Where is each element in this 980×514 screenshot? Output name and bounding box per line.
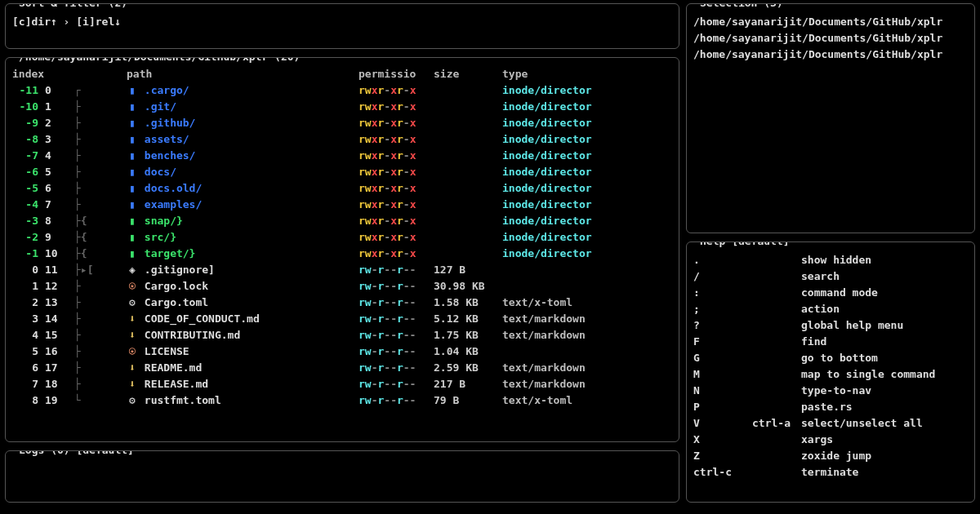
absolute-index: 8 [45, 213, 71, 229]
selection-title-text: Selection [700, 3, 757, 9]
help-key: P [693, 399, 752, 415]
table-row[interactable]: -56├▮ docs.old/rwxr-xr-xinode/director [12, 180, 672, 197]
mime-type: inode/director [502, 246, 617, 262]
permissions: rwxr-xr-x [359, 213, 430, 229]
file-name[interactable]: ▮ .git/ [127, 99, 355, 115]
file-size [434, 164, 499, 180]
table-row[interactable]: 819└⚙ rustfmt.tomlrw-r--r--79 Btext/x-to… [12, 392, 672, 409]
help-row: Ppaste.rs [693, 399, 968, 415]
file-name[interactable]: ⬇ CODE_OF_CONDUCT.md [127, 311, 355, 327]
logs-mode: [default] [76, 450, 133, 456]
help-row: ?global help menu [693, 317, 968, 334]
table-row[interactable]: -110┌▮ .cargo/rwxr-xr-xinode/director [12, 82, 672, 99]
table-row[interactable]: 718├⬇ RELEASE.mdrw-r--r--217 Btext/markd… [12, 376, 672, 392]
relative-index: 0 [12, 262, 42, 278]
table-row[interactable]: -92├▮ .github/rwxr-xr-xinode/director [12, 115, 672, 131]
help-alt-key [752, 366, 801, 383]
help-description: go to bottom [801, 350, 968, 366]
tree-glyph: ├ [74, 278, 123, 295]
help-list: .show hidden/search:command mode;action?… [693, 246, 968, 481]
permissions: rw-r--r-- [359, 311, 430, 327]
help-description: paste.rs [801, 399, 968, 415]
folder-icon: ▮ [127, 99, 138, 115]
file-name[interactable]: ▮ docs.old/ [127, 180, 355, 197]
sort-filter-line[interactable]: [c]dir↑ › [i]rel↓ [12, 16, 121, 28]
table-row[interactable]: 617├⬇ README.mdrw-r--r--2.59 KBtext/mark… [12, 360, 672, 376]
mime-type: text/markdown [502, 360, 617, 376]
mime-type: inode/director [502, 131, 617, 148]
help-alt-key [752, 252, 801, 268]
file-name[interactable]: ⬇ CONTRIBUTING.md [127, 327, 355, 343]
help-key: ? [693, 317, 752, 334]
permissions: rw-r--r-- [359, 295, 430, 311]
file-browser-panel[interactable]: /home/sayanarijit/Documents/GitHub/xplr … [5, 57, 679, 442]
table-row[interactable]: 011├▸[◈ .gitignore]rw-r--r--127 B [12, 262, 672, 278]
relative-index: -9 [12, 115, 42, 131]
file-name[interactable]: ▮ benches/ [127, 148, 355, 164]
help-title: Help [default] [695, 241, 795, 250]
table-row[interactable]: 516├⍟ LICENSErw-r--r--1.04 KB [12, 343, 672, 360]
file-icon: ⚙ [127, 295, 138, 311]
help-row: ctrl-cterminate [693, 464, 968, 481]
help-row: /search [693, 268, 968, 285]
browser-title: /home/sayanarijit/Documents/GitHub/xplr … [14, 57, 305, 65]
table-row[interactable]: 415├⬇ CONTRIBUTING.mdrw-r--r--1.75 KBtex… [12, 327, 672, 343]
table-row[interactable]: -74├▮ benches/rwxr-xr-xinode/director [12, 148, 672, 164]
table-row[interactable]: -47├▮ examples/rwxr-xr-xinode/director [12, 197, 672, 213]
folder-icon: ▮ [127, 229, 138, 246]
file-icon: ⬇ [127, 376, 138, 392]
absolute-index: 4 [45, 148, 71, 164]
tree-glyph: ├ [74, 295, 123, 311]
permissions: rw-r--r-- [359, 392, 430, 409]
table-row[interactable]: 112├⍟ Cargo.lockrw-r--r--30.98 KB [12, 278, 672, 295]
mime-type: inode/director [502, 180, 617, 197]
permissions: rwxr-xr-x [359, 164, 430, 180]
file-name[interactable]: ⍟ Cargo.lock [127, 278, 355, 295]
table-row[interactable]: -29├{▮ src/}rwxr-xr-xinode/director [12, 229, 672, 246]
help-panel: Help [default] .show hidden/search:comma… [686, 241, 975, 503]
permissions: rwxr-xr-x [359, 197, 430, 213]
header-size: size [434, 66, 499, 82]
table-row[interactable]: -38├{▮ snap/}rwxr-xr-xinode/director [12, 213, 672, 229]
file-size: 1.58 KB [434, 295, 499, 311]
file-name[interactable]: ▮ docs/ [127, 164, 355, 180]
table-row[interactable]: 213├⚙ Cargo.tomlrw-r--r--1.58 KBtext/x-t… [12, 295, 672, 311]
tree-glyph: ├ [74, 197, 123, 213]
permissions: rwxr-xr-x [359, 82, 430, 99]
sort-filter-title-text: Sort & filter [19, 3, 102, 9]
selection-item[interactable]: /home/sayanarijit/Documents/GitHub/xplr [693, 47, 968, 63]
file-name[interactable]: ▮ examples/ [127, 197, 355, 213]
table-row[interactable]: 314├⬇ CODE_OF_CONDUCT.mdrw-r--r--5.12 KB… [12, 311, 672, 327]
file-name[interactable]: ⬇ RELEASE.md [127, 376, 355, 392]
file-name[interactable]: ⚙ Cargo.toml [127, 295, 355, 311]
file-name[interactable]: ▮ .cargo/ [127, 82, 355, 99]
file-name[interactable]: ⍟ LICENSE [127, 343, 355, 360]
table-row[interactable]: -65├▮ docs/rwxr-xr-xinode/director [12, 164, 672, 180]
tree-glyph: ├ [74, 99, 123, 115]
table-row[interactable]: -83├▮ assets/rwxr-xr-xinode/director [12, 131, 672, 148]
file-name[interactable]: ▮ snap/} [127, 213, 355, 229]
absolute-index: 16 [45, 343, 71, 360]
file-name[interactable]: ▮ src/} [127, 229, 355, 246]
file-size [434, 197, 499, 213]
relative-index: 7 [12, 376, 42, 392]
relative-index: -3 [12, 213, 42, 229]
tree-glyph: ├ [74, 148, 123, 164]
file-name[interactable]: ⬇ README.md [127, 360, 355, 376]
table-row[interactable]: -101├▮ .git/rwxr-xr-xinode/director [12, 99, 672, 115]
table-row[interactable]: -110├{▮ target/}rwxr-xr-xinode/director [12, 246, 672, 262]
file-rows[interactable]: -110┌▮ .cargo/rwxr-xr-xinode/director-10… [12, 82, 672, 409]
file-name[interactable]: ◈ .gitignore] [127, 262, 355, 278]
permissions: rwxr-xr-x [359, 99, 430, 115]
relative-index: 3 [12, 311, 42, 327]
selection-item[interactable]: /home/sayanarijit/Documents/GitHub/xplr [693, 30, 968, 47]
tree-glyph: ├ [74, 180, 123, 197]
file-name[interactable]: ▮ target/} [127, 246, 355, 262]
relative-index: -10 [12, 99, 42, 115]
file-name[interactable]: ⚙ rustfmt.toml [127, 392, 355, 409]
help-row: Ggo to bottom [693, 350, 968, 366]
file-name[interactable]: ▮ assets/ [127, 131, 355, 148]
column-headers: index path permissio size type [12, 66, 672, 82]
selection-item[interactable]: /home/sayanarijit/Documents/GitHub/xplr [693, 14, 968, 30]
file-name[interactable]: ▮ .github/ [127, 115, 355, 131]
